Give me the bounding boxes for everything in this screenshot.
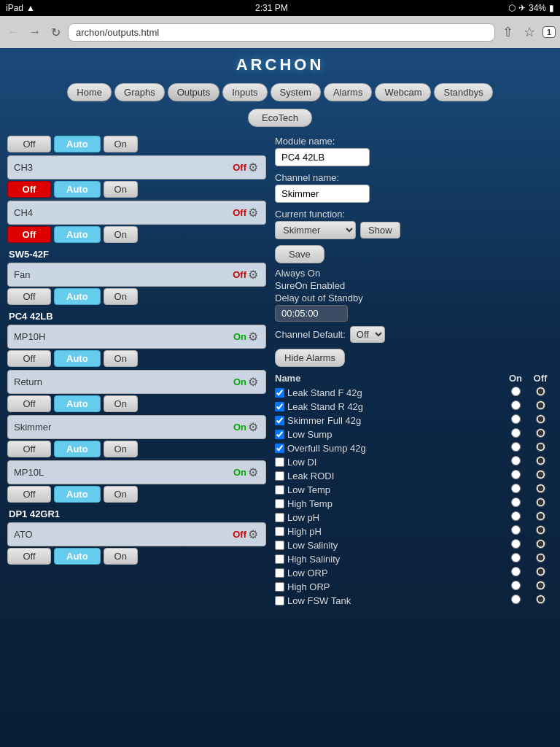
delay-time-input[interactable]: [275, 305, 348, 322]
nav-outputs[interactable]: Outputs: [168, 83, 220, 101]
ecotech-button[interactable]: EcoTech: [248, 109, 312, 127]
alarm-on-radio-low-orp[interactable]: [511, 567, 521, 576]
function-select[interactable]: Skimmer Return Pump Fan Always On Off: [275, 221, 356, 239]
alarm-check-low-fsw[interactable]: [275, 596, 284, 605]
alarm-check-overfull-sump[interactable]: [275, 444, 284, 453]
mp10l-auto-button[interactable]: Auto: [54, 486, 101, 503]
alarm-check-high-salinity[interactable]: [275, 554, 284, 564]
refresh-button[interactable]: ↻: [48, 23, 63, 42]
return-gear[interactable]: ⚙: [246, 374, 260, 390]
alarm-on-radio-low-ph[interactable]: [511, 511, 521, 521]
ch3-on-button[interactable]: On: [104, 181, 138, 198]
off-button-top[interactable]: Off: [7, 136, 51, 152]
show-button[interactable]: Show: [360, 222, 400, 239]
mp10h-on-button[interactable]: On: [104, 350, 138, 367]
alarm-on-radio-low-sump[interactable]: [511, 428, 521, 438]
hide-alarms-button[interactable]: Hide Alarms: [275, 349, 345, 367]
fan-gear[interactable]: ⚙: [246, 266, 260, 283]
alarm-off-radio-low-orp[interactable]: [536, 567, 545, 576]
alarm-off-radio-high-temp[interactable]: [536, 498, 545, 507]
nav-alarms[interactable]: Alarms: [324, 83, 372, 101]
alarm-off-radio-low-di[interactable]: [536, 456, 545, 465]
nav-system[interactable]: System: [271, 83, 321, 101]
alarm-off-radio-high-ph[interactable]: [536, 525, 545, 535]
alarm-check-skimmer-full[interactable]: [275, 416, 284, 425]
channel-default-select[interactable]: Off On: [350, 326, 385, 343]
alarm-check-leak-stand-f[interactable]: [275, 388, 284, 398]
alarm-check-high-orp[interactable]: [275, 582, 284, 592]
return-on-button[interactable]: On: [104, 395, 138, 412]
ch3-off-button[interactable]: Off: [7, 181, 51, 198]
nav-inputs[interactable]: Inputs: [222, 83, 267, 101]
alarm-off-radio-leak-stand-r[interactable]: [536, 400, 545, 410]
back-button[interactable]: ←: [4, 23, 22, 42]
alarm-on-radio-low-di[interactable]: [511, 456, 521, 465]
alarm-check-low-temp[interactable]: [275, 485, 284, 495]
alarm-off-radio-low-salinity[interactable]: [536, 539, 545, 549]
fan-auto-button[interactable]: Auto: [54, 288, 101, 305]
alarm-on-radio-skimmer-full[interactable]: [511, 414, 521, 424]
alarm-on-radio-high-ph[interactable]: [511, 525, 521, 535]
tab-count[interactable]: 1: [542, 26, 556, 38]
alarm-off-radio-low-sump[interactable]: [536, 428, 545, 438]
on-button-top[interactable]: On: [104, 136, 138, 152]
ch4-on-button[interactable]: On: [104, 226, 138, 243]
mp10l-off-button[interactable]: Off: [7, 486, 51, 503]
mp10h-off-button[interactable]: Off: [7, 350, 51, 367]
alarm-off-radio-low-fsw[interactable]: [536, 595, 545, 604]
mp10l-gear[interactable]: ⚙: [246, 464, 260, 481]
alarm-off-radio-skimmer-full[interactable]: [536, 414, 545, 424]
alarm-on-radio-high-temp[interactable]: [511, 498, 521, 507]
alarm-on-radio-high-salinity[interactable]: [511, 553, 521, 562]
mp10l-on-button[interactable]: On: [104, 486, 138, 503]
ch4-auto-button[interactable]: Auto: [54, 226, 101, 243]
alarm-check-high-ph[interactable]: [275, 527, 284, 536]
skimmer-auto-button[interactable]: Auto: [54, 441, 101, 457]
alarm-off-radio-low-ph[interactable]: [536, 511, 545, 521]
nav-webcam[interactable]: Webcam: [375, 83, 431, 101]
module-name-input[interactable]: [275, 148, 370, 166]
alarm-off-radio-leak-stand-f[interactable]: [536, 387, 545, 396]
alarm-on-radio-low-temp[interactable]: [511, 484, 521, 493]
auto-button-top[interactable]: Auto: [54, 136, 101, 152]
alarm-off-radio-high-salinity[interactable]: [536, 553, 545, 562]
alarm-off-radio-overfull-sump[interactable]: [536, 442, 545, 452]
skimmer-on-button[interactable]: On: [104, 441, 138, 457]
alarm-on-radio-leak-rodi[interactable]: [511, 470, 521, 479]
share-button[interactable]: ⇧: [499, 21, 516, 43]
ato-gear[interactable]: ⚙: [246, 526, 260, 543]
mp10h-gear[interactable]: ⚙: [246, 328, 260, 345]
alarm-check-low-sump[interactable]: [275, 430, 284, 439]
ato-on-button[interactable]: On: [104, 548, 138, 565]
nav-standbys[interactable]: Standbys: [434, 83, 492, 101]
alarm-check-low-orp[interactable]: [275, 568, 284, 578]
alarm-off-radio-low-temp[interactable]: [536, 484, 545, 493]
nav-graphs[interactable]: Graphs: [114, 83, 165, 101]
return-auto-button[interactable]: Auto: [54, 395, 101, 412]
address-bar[interactable]: [68, 23, 495, 42]
ch4-off-button[interactable]: Off: [7, 226, 51, 243]
alarm-check-high-temp[interactable]: [275, 499, 284, 508]
alarm-check-leak-stand-r[interactable]: [275, 402, 284, 411]
bookmark-button[interactable]: ☆: [521, 21, 538, 43]
ch4-gear[interactable]: ⚙: [246, 204, 260, 221]
alarm-on-radio-leak-stand-f[interactable]: [511, 387, 521, 396]
alarm-off-radio-high-orp[interactable]: [536, 581, 545, 590]
alarm-on-radio-leak-stand-r[interactable]: [511, 400, 521, 410]
alarm-check-low-salinity[interactable]: [275, 541, 284, 550]
channel-name-input[interactable]: [275, 185, 370, 203]
alarm-on-radio-overfull-sump[interactable]: [511, 442, 521, 452]
skimmer-gear[interactable]: ⚙: [246, 419, 260, 436]
alarm-check-low-di[interactable]: [275, 457, 284, 467]
alarm-on-radio-high-orp[interactable]: [511, 581, 521, 590]
ato-auto-button[interactable]: Auto: [54, 548, 101, 565]
save-button[interactable]: Save: [275, 245, 324, 263]
ch3-auto-button[interactable]: Auto: [54, 181, 101, 198]
ch3-gear[interactable]: ⚙: [246, 159, 260, 176]
ato-off-button[interactable]: Off: [7, 548, 51, 565]
alarm-check-leak-rodi[interactable]: [275, 471, 284, 481]
mp10h-auto-button[interactable]: Auto: [54, 350, 101, 367]
nav-home[interactable]: Home: [67, 83, 112, 101]
forward-button[interactable]: →: [26, 23, 44, 42]
alarm-on-radio-low-fsw[interactable]: [511, 595, 521, 604]
